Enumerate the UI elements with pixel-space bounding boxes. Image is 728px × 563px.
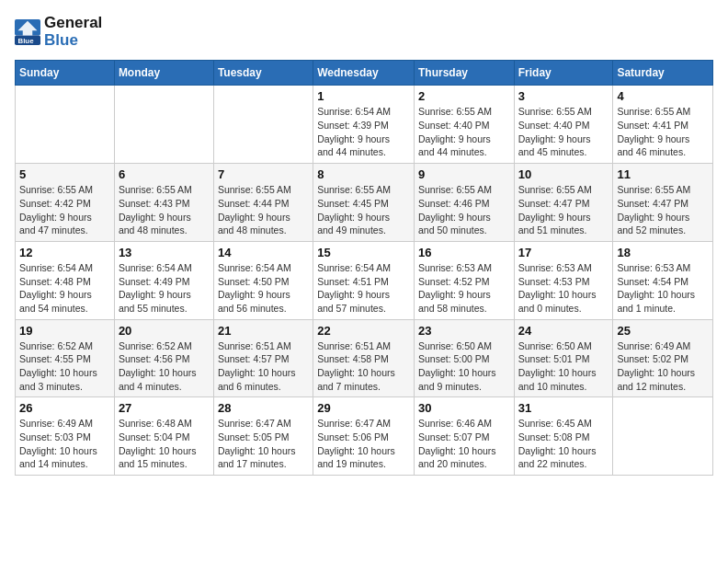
day-info: Sunrise: 6:50 AM Sunset: 5:01 PM Dayligh… — [518, 339, 609, 394]
day-info: Sunrise: 6:55 AM Sunset: 4:45 PM Dayligh… — [317, 183, 410, 237]
calendar-cell: 24Sunrise: 6:50 AM Sunset: 5:01 PM Dayli… — [514, 319, 613, 397]
calendar-cell: 8Sunrise: 6:55 AM Sunset: 4:45 PM Daylig… — [313, 164, 415, 242]
calendar-cell: 2Sunrise: 6:55 AM Sunset: 4:40 PM Daylig… — [414, 86, 514, 164]
header-saturday: Saturday — [613, 61, 713, 86]
day-number: 5 — [19, 167, 110, 181]
day-info: Sunrise: 6:55 AM Sunset: 4:44 PM Dayligh… — [218, 183, 309, 237]
day-info: Sunrise: 6:54 AM Sunset: 4:49 PM Dayligh… — [119, 261, 210, 316]
day-number: 6 — [119, 167, 210, 181]
day-info: Sunrise: 6:55 AM Sunset: 4:41 PM Dayligh… — [617, 105, 709, 159]
day-number: 15 — [317, 246, 410, 259]
header-friday: Friday — [514, 61, 613, 86]
day-info: Sunrise: 6:55 AM Sunset: 4:40 PM Dayligh… — [518, 105, 609, 159]
day-info: Sunrise: 6:54 AM Sunset: 4:39 PM Dayligh… — [317, 105, 410, 159]
day-info: Sunrise: 6:47 AM Sunset: 5:06 PM Dayligh… — [317, 417, 410, 471]
calendar-cell: 16Sunrise: 6:53 AM Sunset: 4:52 PM Dayli… — [414, 241, 514, 319]
header-sunday: Sunday — [16, 61, 115, 86]
calendar-cell: 19Sunrise: 6:52 AM Sunset: 4:55 PM Dayli… — [16, 319, 115, 397]
calendar-cell: 10Sunrise: 6:55 AM Sunset: 4:47 PM Dayli… — [514, 164, 613, 242]
calendar-cell: 21Sunrise: 6:51 AM Sunset: 4:57 PM Dayli… — [213, 319, 313, 397]
day-number: 23 — [418, 324, 510, 338]
calendar-cell — [213, 86, 313, 164]
calendar-cell: 20Sunrise: 6:52 AM Sunset: 4:56 PM Dayli… — [114, 319, 213, 397]
day-info: Sunrise: 6:53 AM Sunset: 4:54 PM Dayligh… — [617, 261, 709, 316]
day-number: 19 — [19, 324, 110, 338]
calendar-cell: 29Sunrise: 6:47 AM Sunset: 5:06 PM Dayli… — [313, 397, 415, 476]
day-info: Sunrise: 6:55 AM Sunset: 4:40 PM Dayligh… — [418, 105, 510, 159]
day-info: Sunrise: 6:55 AM Sunset: 4:47 PM Dayligh… — [518, 183, 609, 237]
calendar-header-row: SundayMondayTuesdayWednesdayThursdayFrid… — [16, 61, 713, 86]
day-number: 8 — [317, 167, 410, 181]
day-info: Sunrise: 6:49 AM Sunset: 5:03 PM Dayligh… — [19, 417, 110, 471]
calendar-cell: 3Sunrise: 6:55 AM Sunset: 4:40 PM Daylig… — [514, 86, 613, 164]
day-info: Sunrise: 6:45 AM Sunset: 5:08 PM Dayligh… — [518, 417, 609, 471]
calendar-body: 1Sunrise: 6:54 AM Sunset: 4:39 PM Daylig… — [16, 86, 713, 476]
logo-general: General — [44, 15, 102, 32]
day-number: 24 — [518, 324, 609, 338]
svg-text:Blue: Blue — [18, 37, 35, 45]
header-tuesday: Tuesday — [213, 61, 313, 86]
calendar-cell: 5Sunrise: 6:55 AM Sunset: 4:42 PM Daylig… — [16, 164, 115, 242]
calendar-cell: 9Sunrise: 6:55 AM Sunset: 4:46 PM Daylig… — [414, 164, 514, 242]
day-info: Sunrise: 6:55 AM Sunset: 4:47 PM Dayligh… — [617, 183, 709, 237]
day-info: Sunrise: 6:46 AM Sunset: 5:07 PM Dayligh… — [418, 417, 510, 471]
day-number: 30 — [418, 401, 510, 415]
calendar-cell: 25Sunrise: 6:49 AM Sunset: 5:02 PM Dayli… — [613, 319, 713, 397]
day-info: Sunrise: 6:55 AM Sunset: 4:46 PM Dayligh… — [418, 183, 510, 237]
day-number: 26 — [19, 401, 110, 415]
day-number: 25 — [617, 324, 709, 338]
calendar-cell: 13Sunrise: 6:54 AM Sunset: 4:49 PM Dayli… — [114, 241, 213, 319]
day-info: Sunrise: 6:54 AM Sunset: 4:50 PM Dayligh… — [218, 261, 309, 316]
day-info: Sunrise: 6:55 AM Sunset: 4:42 PM Dayligh… — [19, 183, 110, 237]
day-info: Sunrise: 6:50 AM Sunset: 5:00 PM Dayligh… — [418, 339, 510, 394]
day-number: 20 — [119, 324, 210, 338]
page-header: Blue General Blue — [15, 15, 713, 49]
day-info: Sunrise: 6:51 AM Sunset: 4:58 PM Dayligh… — [317, 339, 410, 394]
calendar-cell — [16, 86, 115, 164]
day-number: 31 — [518, 401, 609, 415]
day-info: Sunrise: 6:49 AM Sunset: 5:02 PM Dayligh… — [617, 339, 709, 394]
calendar-cell — [613, 397, 713, 476]
day-info: Sunrise: 6:48 AM Sunset: 5:04 PM Dayligh… — [119, 417, 210, 471]
day-info: Sunrise: 6:52 AM Sunset: 4:55 PM Dayligh… — [19, 339, 110, 394]
day-info: Sunrise: 6:52 AM Sunset: 4:56 PM Dayligh… — [119, 339, 210, 394]
day-number: 3 — [518, 89, 609, 103]
day-number: 13 — [119, 246, 210, 259]
day-info: Sunrise: 6:51 AM Sunset: 4:57 PM Dayligh… — [218, 339, 309, 394]
calendar-cell: 27Sunrise: 6:48 AM Sunset: 5:04 PM Dayli… — [114, 397, 213, 476]
calendar-cell: 11Sunrise: 6:55 AM Sunset: 4:47 PM Dayli… — [613, 164, 713, 242]
calendar-cell: 26Sunrise: 6:49 AM Sunset: 5:03 PM Dayli… — [16, 397, 115, 476]
day-info: Sunrise: 6:55 AM Sunset: 4:43 PM Dayligh… — [119, 183, 210, 237]
day-number: 14 — [218, 246, 309, 259]
calendar-week-2: 5Sunrise: 6:55 AM Sunset: 4:42 PM Daylig… — [16, 164, 713, 242]
day-number: 18 — [617, 246, 709, 259]
calendar-cell: 31Sunrise: 6:45 AM Sunset: 5:08 PM Dayli… — [514, 397, 613, 476]
day-number: 29 — [317, 401, 410, 415]
day-number: 16 — [418, 246, 510, 259]
day-number: 9 — [418, 167, 510, 181]
day-info: Sunrise: 6:47 AM Sunset: 5:05 PM Dayligh… — [218, 417, 309, 471]
day-number: 2 — [418, 89, 510, 103]
day-number: 12 — [19, 246, 110, 259]
calendar-week-5: 26Sunrise: 6:49 AM Sunset: 5:03 PM Dayli… — [16, 397, 713, 476]
logo-icon: Blue — [15, 19, 40, 45]
calendar-cell: 12Sunrise: 6:54 AM Sunset: 4:48 PM Dayli… — [16, 241, 115, 319]
calendar-week-1: 1Sunrise: 6:54 AM Sunset: 4:39 PM Daylig… — [16, 86, 713, 164]
calendar-cell: 6Sunrise: 6:55 AM Sunset: 4:43 PM Daylig… — [114, 164, 213, 242]
calendar-table: SundayMondayTuesdayWednesdayThursdayFrid… — [15, 60, 713, 476]
day-number: 7 — [218, 167, 309, 181]
calendar-cell: 1Sunrise: 6:54 AM Sunset: 4:39 PM Daylig… — [313, 86, 415, 164]
day-number: 10 — [518, 167, 609, 181]
day-info: Sunrise: 6:54 AM Sunset: 4:51 PM Dayligh… — [317, 261, 410, 316]
calendar-cell: 23Sunrise: 6:50 AM Sunset: 5:00 PM Dayli… — [414, 319, 514, 397]
calendar-cell: 18Sunrise: 6:53 AM Sunset: 4:54 PM Dayli… — [613, 241, 713, 319]
calendar-cell: 17Sunrise: 6:53 AM Sunset: 4:53 PM Dayli… — [514, 241, 613, 319]
day-info: Sunrise: 6:54 AM Sunset: 4:48 PM Dayligh… — [19, 261, 110, 316]
day-info: Sunrise: 6:53 AM Sunset: 4:52 PM Dayligh… — [418, 261, 510, 316]
header-monday: Monday — [114, 61, 213, 86]
logo: Blue General Blue — [15, 15, 102, 49]
day-number: 1 — [317, 89, 410, 103]
calendar-week-3: 12Sunrise: 6:54 AM Sunset: 4:48 PM Dayli… — [16, 241, 713, 319]
logo-blue: Blue — [44, 32, 102, 50]
calendar-cell: 22Sunrise: 6:51 AM Sunset: 4:58 PM Dayli… — [313, 319, 415, 397]
